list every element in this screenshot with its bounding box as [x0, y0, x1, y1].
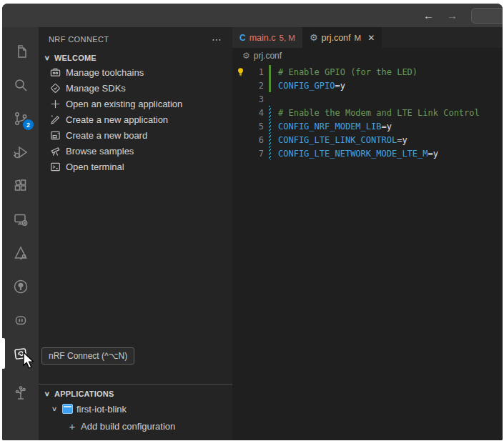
nrf-connect-icon[interactable]: [2, 337, 39, 370]
add-build-configuration-button[interactable]: + Add build configuration: [39, 417, 232, 435]
activity-bar: 2: [2, 27, 39, 440]
code-lines[interactable]: 1# Enable GPIO (for the LED)2CONFIG_GPIO…: [232, 64, 503, 440]
open-terminal-item[interactable]: Open terminal: [39, 159, 232, 174]
code-text: # Enable the Modem and LTE Link Control: [271, 108, 480, 118]
sdk-icon: [50, 83, 61, 94]
section-divider: [39, 384, 232, 385]
lightbulb-icon[interactable]: [236, 67, 245, 76]
code-line[interactable]: 2CONFIG_GPIO=y: [232, 79, 503, 92]
browse-samples-item[interactable]: Browse samples: [39, 143, 232, 159]
line-number: 5: [248, 122, 264, 132]
search-icon[interactable]: [2, 68, 39, 101]
tab-badges: 5, M: [280, 34, 295, 42]
cmake-icon[interactable]: [2, 236, 39, 269]
gear-icon: ⚙: [310, 33, 318, 42]
open-existing-application-item[interactable]: Open an existing application: [39, 96, 232, 112]
line-number: 6: [248, 135, 264, 145]
terminal-icon: [50, 162, 61, 172]
scm-badge: 2: [23, 119, 34, 130]
run-debug-icon[interactable]: [2, 135, 39, 169]
application-item[interactable]: ∨ first-iot-blink: [39, 400, 232, 417]
code-line[interactable]: 1# Enable GPIO (for the LED): [232, 65, 503, 79]
title-bar: ← →: [2, 4, 503, 27]
code-text: CONFIG_LTE_LINK_CONTROL=y: [271, 135, 407, 145]
command-center-box[interactable]: [471, 8, 503, 24]
line-number: 2: [248, 81, 264, 91]
plus-icon: [50, 99, 61, 109]
welcome-section-header[interactable]: ∨ WELCOME: [39, 51, 232, 64]
line-number: 4: [248, 108, 264, 118]
code-text: CONFIG_NRF_MODEM_LIB=y: [271, 122, 392, 132]
nrf-connect-tooltip: nRF Connect (^⌥N): [41, 347, 134, 365]
applications-section-header[interactable]: ∨ APPLICATIONS: [39, 387, 232, 400]
mouse-cursor: [21, 352, 38, 370]
code-text: # Enable GPIO (for the LED): [271, 67, 417, 77]
new-app-icon: [50, 114, 61, 125]
telescope-icon: [50, 146, 61, 157]
forward-icon[interactable]: →: [440, 9, 464, 21]
toolbox-icon: [50, 67, 61, 78]
tab-prj-conf[interactable]: ⚙ prj.conf M ✕: [302, 27, 382, 48]
create-new-application-item[interactable]: Create a new application: [39, 112, 232, 127]
plus-icon: +: [67, 420, 77, 432]
code-text: CONFIG_GPIO=y: [271, 81, 345, 91]
manage-sdks-item[interactable]: Manage SDKs: [39, 80, 232, 96]
back-icon[interactable]: ←: [417, 9, 440, 21]
tab-bar: C main.c 5, M ⚙ prj.conf M ✕: [232, 27, 503, 48]
tab-main-c[interactable]: C main.c 5, M: [232, 27, 302, 48]
more-actions-icon[interactable]: ⋯: [209, 34, 225, 45]
code-line[interactable]: 4# Enable the Modem and LTE Link Control: [232, 106, 503, 119]
manage-toolchains-item[interactable]: Manage toolchains: [39, 64, 232, 80]
extensions-icon[interactable]: [2, 169, 39, 202]
close-icon[interactable]: ✕: [367, 33, 375, 43]
chevron-down-icon: ∨: [49, 405, 60, 412]
circuit-icon[interactable]: [2, 376, 39, 410]
c-file-icon: C: [239, 33, 246, 43]
breadcrumb[interactable]: ⚙ prj.conf: [232, 48, 503, 64]
vscode-window: ← → 2: [2, 4, 503, 440]
create-new-board-item[interactable]: Create a new board: [39, 127, 232, 143]
application-icon: [62, 404, 73, 414]
sidebar-nrf-connect: NRF CONNECT ⋯ ∨ WELCOME Manage toolchain…: [39, 27, 232, 440]
editor-area: C main.c 5, M ⚙ prj.conf M ✕ ⚙ prj.conf …: [232, 27, 503, 440]
code-text: CONFIG_LTE_NETWORK_MODE_LTE_M=y: [271, 149, 438, 159]
code-line[interactable]: 7CONFIG_LTE_NETWORK_MODE_LTE_M=y: [232, 147, 503, 160]
line-number: 3: [248, 94, 264, 104]
panel-title: NRF CONNECT: [49, 35, 109, 44]
code-line[interactable]: 6CONFIG_LTE_LINK_CONTROL=y: [232, 133, 503, 147]
tab-badges: M: [355, 34, 362, 42]
code-line[interactable]: 3: [232, 92, 503, 106]
robot-icon[interactable]: [2, 303, 39, 337]
gear-icon: ⚙: [242, 51, 250, 60]
explorer-icon[interactable]: [2, 34, 39, 68]
source-control-icon[interactable]: 2: [2, 101, 39, 135]
board-icon: [50, 130, 61, 141]
line-number: 1: [248, 67, 264, 77]
remote-device-icon[interactable]: [2, 202, 39, 236]
chevron-down-icon: ∨: [41, 54, 53, 61]
line-number: 7: [248, 149, 264, 159]
code-line[interactable]: 5CONFIG_NRF_MODEM_LIB=y: [232, 119, 503, 133]
gutter-change-bar: [269, 92, 271, 106]
chevron-down-icon: ∨: [41, 390, 53, 397]
github-icon[interactable]: [2, 269, 39, 303]
